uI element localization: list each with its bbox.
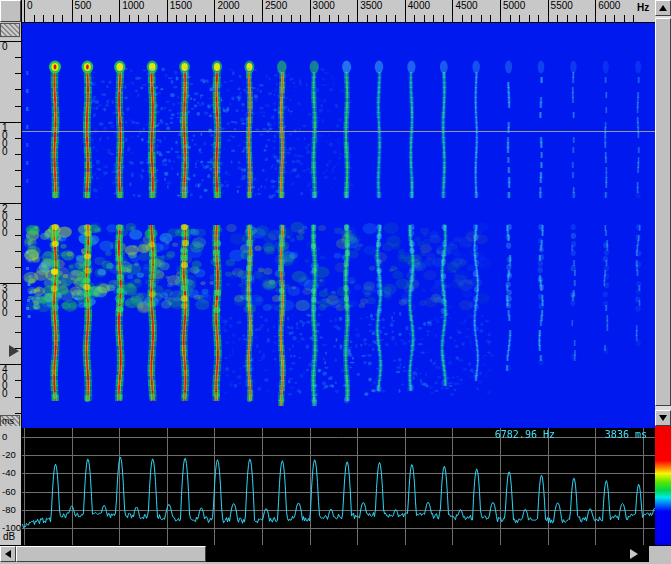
spectrum-panel: 6782.96 Hz 3836 ms	[22, 426, 655, 545]
horizontal-scrollbar[interactable]	[0, 546, 649, 562]
freq-major-tick	[500, 0, 501, 22]
freq-minor-tick	[110, 15, 111, 22]
intensity-colorbar	[655, 426, 671, 545]
freq-major-tick	[548, 0, 549, 22]
freq-minor-tick	[414, 15, 415, 22]
freq-major-tick	[72, 0, 73, 22]
freq-minor-tick	[576, 15, 577, 22]
freq-ruler-label: 1500	[170, 1, 192, 11]
freq-major-tick	[357, 0, 358, 22]
h-scroll-thumb[interactable]	[16, 546, 206, 562]
spectrogram-canvas[interactable]	[22, 23, 655, 426]
db-ruler: dB 0-20-40-60-80-100	[0, 426, 21, 545]
db-label: -100	[2, 523, 21, 533]
db-label: -20	[2, 450, 16, 460]
freq-minor-tick	[338, 15, 339, 22]
freq-minor-tick	[605, 15, 606, 22]
freq-minor-tick	[319, 15, 320, 22]
freq-minor-tick	[176, 15, 177, 22]
freq-minor-tick	[62, 15, 63, 22]
freq-minor-tick	[443, 15, 444, 22]
freq-minor-tick	[138, 15, 139, 22]
freq-minor-tick	[129, 15, 130, 22]
scroll-down-button[interactable]	[655, 410, 671, 426]
freq-minor-tick	[510, 15, 511, 22]
freq-minor-tick	[43, 15, 44, 22]
db-unit-label: dB	[3, 532, 15, 542]
up-arrow-icon	[659, 5, 667, 11]
freq-minor-tick	[34, 15, 35, 22]
freq-minor-tick	[224, 15, 225, 22]
freq-minor-tick	[252, 15, 253, 22]
freq-ruler-label: 3500	[360, 1, 382, 11]
freq-minor-tick	[557, 15, 558, 22]
freq-minor-tick	[538, 15, 539, 22]
freq-minor-tick	[376, 15, 377, 22]
freq-major-tick	[214, 0, 215, 22]
freq-minor-tick	[386, 15, 387, 22]
freq-minor-tick	[424, 15, 425, 22]
freq-minor-tick	[195, 15, 196, 22]
freq-major-tick	[595, 0, 596, 22]
freq-minor-tick	[433, 15, 434, 22]
freq-minor-tick	[157, 15, 158, 22]
freq-ruler-label: 2500	[265, 1, 287, 11]
right-arrow-icon[interactable]	[630, 549, 638, 559]
db-label: -40	[2, 468, 16, 478]
freq-unit-label: Hz	[637, 3, 649, 13]
freq-minor-tick	[462, 15, 463, 22]
freq-minor-tick	[614, 15, 615, 22]
freq-minor-tick	[367, 15, 368, 22]
freq-minor-tick	[395, 15, 396, 22]
panel-divider-vertical	[21, 0, 22, 545]
freq-major-tick	[119, 0, 120, 22]
spectrum-canvas	[22, 426, 655, 545]
time-ruler-label: 2 0 0 0	[2, 205, 8, 237]
freq-minor-tick	[586, 15, 587, 22]
time-cursor-line	[22, 131, 655, 132]
scroll-up-button[interactable]	[655, 0, 671, 16]
freq-major-tick	[452, 0, 453, 22]
v-scroll-thumb[interactable]	[655, 18, 671, 406]
freq-minor-tick	[490, 15, 491, 22]
freq-minor-tick	[272, 15, 273, 22]
freq-major-tick	[310, 0, 311, 22]
time-ruler-label: 3 0 0 0	[2, 285, 8, 317]
bottom-right-corner	[649, 546, 671, 562]
ms-unit-label: ms	[2, 417, 14, 426]
freq-minor-tick	[624, 15, 625, 22]
corner-button	[0, 0, 21, 22]
freq-minor-tick	[233, 15, 234, 22]
freq-ruler-label: 2000	[217, 1, 239, 11]
freq-minor-tick	[519, 15, 520, 22]
down-arrow-icon	[659, 415, 667, 421]
freq-minor-tick	[481, 15, 482, 22]
freq-minor-tick	[53, 15, 54, 22]
freq-major-tick	[262, 0, 263, 22]
freq-minor-tick	[300, 15, 301, 22]
freq-minor-tick	[281, 15, 282, 22]
freq-minor-tick	[291, 15, 292, 22]
freq-ruler-label: 6000	[598, 1, 620, 11]
scroll-left-button[interactable]	[0, 546, 16, 562]
freq-minor-tick	[186, 15, 187, 22]
db-label: 0	[2, 432, 7, 442]
freq-minor-tick	[348, 15, 349, 22]
freq-ruler-label: 4000	[408, 1, 430, 11]
vertical-scrollbar[interactable]	[655, 0, 671, 426]
freq-ruler-label: 5000	[503, 1, 525, 11]
freq-major-tick	[405, 0, 406, 22]
playhead-marker[interactable]	[9, 345, 19, 357]
db-label: -80	[2, 505, 16, 515]
frequency-ruler: Hz 0500100015002000250030003500400045005…	[22, 0, 655, 22]
time-ruler-label: 1 0 0 0	[2, 124, 8, 156]
freq-minor-tick	[91, 15, 92, 22]
top-left-resize-hatch	[0, 23, 20, 37]
left-arrow-icon	[5, 550, 11, 558]
ruler-bottom-divider	[22, 22, 655, 23]
freq-major-tick	[167, 0, 168, 22]
time-ruler-label: 4 0 0 0	[2, 366, 8, 398]
freq-ruler-label: 5500	[551, 1, 573, 11]
time-ruler: 01 0 0 02 0 0 03 0 0 04 0 0 0	[0, 38, 21, 415]
readout-time: 3836 ms	[605, 430, 647, 440]
